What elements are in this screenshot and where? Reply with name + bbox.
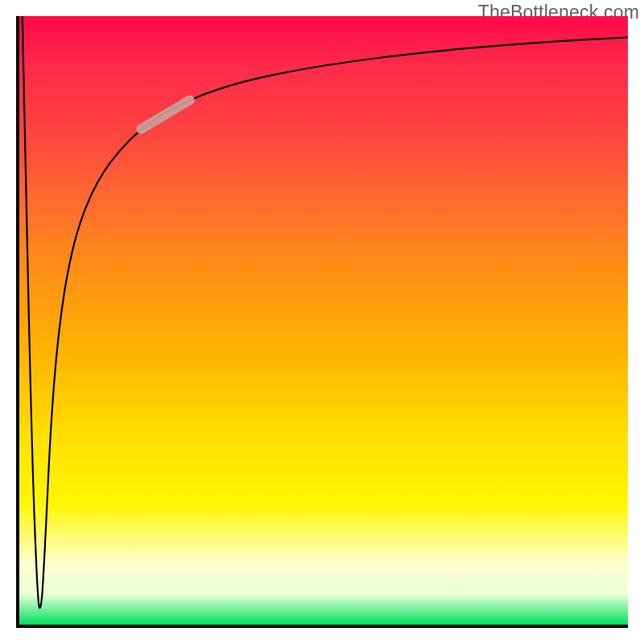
- bottleneck-curve: [23, 16, 628, 608]
- plot-area: [16, 16, 628, 628]
- curve-layer: [19, 16, 628, 625]
- highlight-segment-icon: [141, 100, 189, 129]
- chart-container: TheBottleneck.com: [0, 0, 644, 644]
